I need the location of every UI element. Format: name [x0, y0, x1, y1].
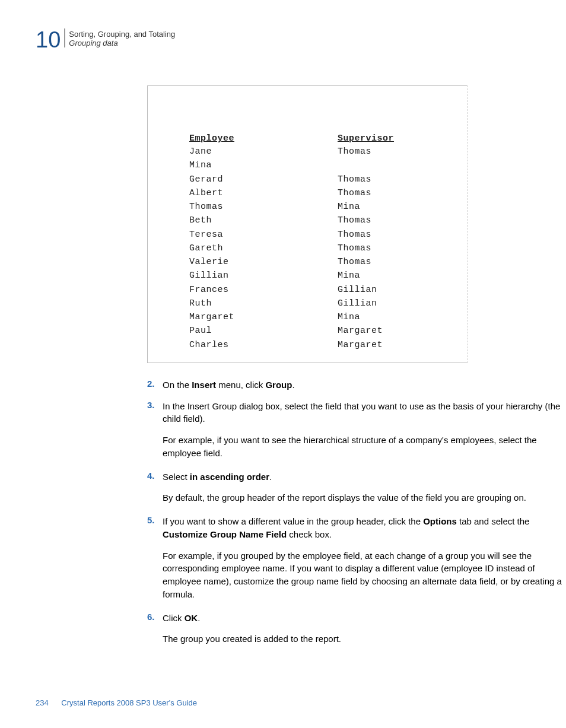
list-item: Thomas: [338, 255, 394, 269]
list-item: Mina: [189, 158, 338, 172]
list-item: Margaret: [338, 324, 394, 338]
text: .: [198, 613, 200, 623]
list-item: Gillian: [189, 269, 338, 282]
list-item: Thomas: [338, 214, 394, 227]
step-body: In the Insert Group dialog box, select t…: [163, 400, 562, 426]
instructions: 2. On the Insert menu, click Group. 3. I…: [147, 379, 562, 646]
bold-text: in ascending order: [190, 472, 269, 482]
list-item: Mina: [338, 200, 394, 214]
bold-text: Insert: [192, 380, 216, 390]
list-item: Albert: [189, 186, 338, 200]
list-item: Beth: [189, 214, 338, 227]
list-item: Charles: [189, 338, 338, 352]
report-columns: Employee Jane Mina Gerard Albert Thomas …: [189, 133, 443, 352]
list-item: Thomas: [338, 145, 394, 158]
text: Click: [163, 613, 185, 623]
step-body: On the Insert menu, click Group.: [163, 379, 295, 392]
step-3-para: For example, if you want to see the hier…: [163, 434, 562, 460]
list-item: Thomas: [189, 200, 338, 214]
list-item: Gareth: [189, 241, 338, 255]
employee-column: Employee Jane Mina Gerard Albert Thomas …: [189, 133, 338, 352]
step-4-para: By default, the group header of the repo…: [163, 491, 562, 504]
step-2: 2. On the Insert menu, click Group.: [147, 379, 562, 392]
step-5-para: For example, if you grouped by the emplo…: [163, 549, 562, 601]
step-number: 5.: [147, 515, 163, 541]
header-subtitle: Grouping data: [69, 39, 175, 47]
header-title: Sorting, Grouping, and Totaling: [69, 30, 175, 39]
step-body: Click OK.: [163, 612, 200, 625]
page-header: 10 Sorting, Grouping, and Totaling Group…: [36, 28, 530, 51]
list-item: Ruth: [189, 297, 338, 310]
text: .: [269, 472, 272, 482]
step-6: 6. Click OK.: [147, 612, 562, 625]
list-item: Gillian: [338, 283, 394, 297]
list-item: [338, 158, 394, 172]
list-item: Thomas: [338, 241, 394, 255]
list-item: Teresa: [189, 228, 338, 241]
step-body: If you want to show a different value in…: [163, 515, 562, 541]
text: On the: [163, 380, 192, 390]
employee-header: Employee: [189, 133, 338, 144]
list-item: Frances: [189, 283, 338, 297]
list-item: Margaret: [338, 338, 394, 352]
step-number: 4.: [147, 471, 163, 484]
step-number: 2.: [147, 379, 163, 392]
list-item: Gillian: [338, 297, 394, 310]
bold-text: Customize Group Name Field: [163, 529, 287, 539]
text: tab and select the: [457, 516, 530, 526]
guide-title: Crystal Reports 2008 SP3 User's Guide: [61, 698, 197, 707]
list-item: Margaret: [189, 310, 338, 324]
list-item: Thomas: [338, 228, 394, 241]
step-4: 4. Select in ascending order.: [147, 471, 562, 484]
step-number: 3.: [147, 400, 163, 426]
step-6-para: The group you created is added to the re…: [163, 632, 562, 646]
list-item: Thomas: [338, 173, 394, 186]
list-item: Jane: [189, 145, 338, 158]
supervisor-column: Supervisor Thomas Thomas Thomas Mina Tho…: [338, 133, 394, 352]
text: menu, click: [216, 380, 265, 390]
step-3: 3. In the Insert Group dialog box, selec…: [147, 400, 562, 426]
list-item: Paul: [189, 324, 338, 338]
list-item: Valerie: [189, 255, 338, 269]
list-item: Gerard: [189, 173, 338, 186]
report-preview: Employee Jane Mina Gerard Albert Thomas …: [147, 85, 468, 363]
bold-text: Options: [423, 516, 457, 526]
step-number: 6.: [147, 612, 163, 625]
list-item: Mina: [338, 269, 394, 282]
page-number: 234: [36, 698, 49, 707]
text: check box.: [287, 529, 332, 539]
text: If you want to show a different value in…: [163, 516, 423, 526]
list-item: Mina: [338, 310, 394, 324]
chapter-number: 10: [36, 28, 61, 51]
text: Select: [163, 472, 190, 482]
step-5: 5. If you want to show a different value…: [147, 515, 562, 541]
page-footer: 234 Crystal Reports 2008 SP3 User's Guid…: [36, 698, 197, 707]
header-titles: Sorting, Grouping, and Totaling Grouping…: [64, 28, 175, 47]
bold-text: OK: [185, 613, 198, 623]
list-item: Thomas: [338, 186, 394, 200]
supervisor-header: Supervisor: [338, 133, 394, 144]
text: .: [292, 380, 294, 390]
bold-text: Group: [265, 380, 292, 390]
step-body: Select in ascending order.: [163, 471, 272, 484]
